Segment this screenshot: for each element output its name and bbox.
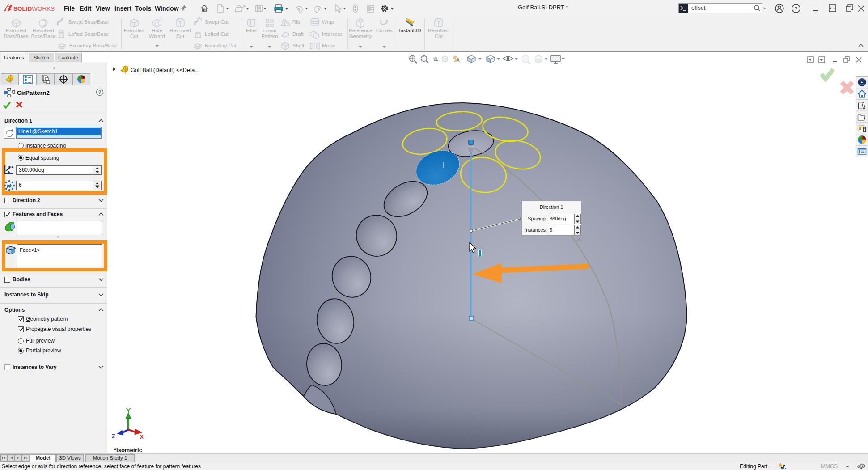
svg-text:Golf Ball (Default) <<Defa...: Golf Ball (Default) <<Defa... xyxy=(131,67,199,73)
svg-text:X: X xyxy=(140,434,144,440)
svg-text:?: ? xyxy=(98,89,102,95)
svg-text:?: ? xyxy=(795,6,798,12)
svg-text:A: A xyxy=(456,57,460,63)
svg-text:!: ! xyxy=(779,464,780,467)
svg-text:Z: Z xyxy=(112,433,115,440)
svg-text:SOLIDWORKS: SOLIDWORKS xyxy=(13,5,55,12)
svg-text:*Isometric: *Isometric xyxy=(114,447,142,453)
svg-text:A: A xyxy=(11,165,14,169)
